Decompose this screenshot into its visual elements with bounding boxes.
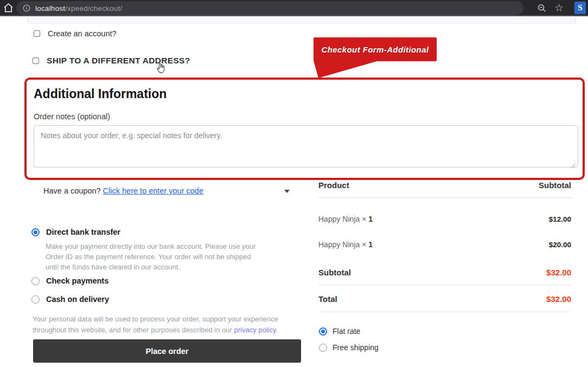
table-divider [318,285,571,285]
item-qty: × 1 [362,240,373,249]
cash-on-delivery-label: Cash on delivery [46,295,109,304]
subtotal-label: Subtotal [318,268,351,277]
shipping-option-free-shipping[interactable]: Free shipping [319,343,379,352]
create-account-label: Create an account? [48,29,117,38]
order-item-row: Happy Ninja × 1 $20.00 [318,240,571,249]
url-host: localhost [35,4,65,12]
check-payments-radio[interactable] [31,277,40,285]
zoom-out-icon[interactable] [537,3,547,15]
previous-field-remnant [27,16,576,23]
order-item-name: Happy Ninja × 1 [318,215,373,223]
total-row: Total $32.00 [318,294,571,304]
annotation-callout: Checkout Form-Additional [314,37,437,61]
payment-method-bank[interactable]: Direct bank transfer [31,228,120,236]
ship-different-address-row[interactable]: SHIP TO A DIFFERENT ADDRESS? [33,56,190,66]
order-notes-textarea[interactable] [34,125,578,168]
order-notes-label: Order notes (optional) [34,112,110,121]
order-item-price: $20.00 [549,241,571,249]
url-path: /xpeed/checkout/ [65,4,122,12]
table-divider [318,312,571,312]
payment-method-check[interactable]: Check payments [31,276,108,285]
extension-s-icon[interactable]: S [574,2,586,14]
item-name: Happy Ninja [318,215,360,223]
coupon-link[interactable]: Click here to enter your code [103,186,203,195]
textarea-resize-handle[interactable] [569,161,576,171]
address-bar[interactable]: localhost/xpeed/checkout/ [16,1,523,15]
info-icon[interactable] [23,4,30,12]
checkout-page: localhost/xpeed/checkout/ ☆ S Create an … [0,0,588,367]
item-name: Happy Ninja [318,240,360,249]
item-qty: × 1 [362,215,373,223]
create-account-checkbox[interactable] [34,30,40,37]
qty-value: 1 [368,215,373,223]
privacy-text-after: . [276,326,278,334]
order-item-price: $12.00 [549,215,571,223]
annotation-callout-label: Checkout Form-Additional [322,45,429,54]
privacy-policy-link[interactable]: privacy policy [234,326,276,334]
ship-different-address-checkbox[interactable] [33,57,39,64]
times-icon: × [362,240,366,249]
ship-different-address-label: SHIP TO A DIFFERENT ADDRESS? [47,56,190,66]
bookmark-star-icon[interactable]: ☆ [554,1,564,15]
privacy-policy-text: Your personal data will be used to proce… [33,314,309,335]
cash-on-delivery-radio[interactable] [31,295,40,304]
subtotal-column-header: Subtotal [539,181,571,190]
free-shipping-label: Free shipping [333,343,379,352]
coupon-row: Have a coupon?Click here to enter your c… [43,186,203,195]
product-column-header: Product [318,181,349,190]
coupon-text: Have a coupon? [43,186,101,195]
order-item-row: Happy Ninja × 1 $12.00 [318,215,571,223]
subtotal-row: Subtotal $32.00 [318,268,571,277]
free-shipping-radio[interactable] [319,344,327,352]
url-text[interactable]: localhost/xpeed/checkout/ [35,4,122,12]
order-summary-header: Product Subtotal [318,181,571,190]
bank-transfer-radio[interactable] [31,228,40,236]
create-account-row[interactable]: Create an account? [34,29,117,38]
qty-value: 1 [368,240,373,249]
hand-cursor-icon [155,62,166,78]
flat-rate-radio[interactable] [319,327,327,336]
place-order-button[interactable]: Place order [33,339,301,363]
check-payments-label: Check payments [46,276,108,285]
times-icon: × [362,215,366,223]
home-icon[interactable] [3,2,14,16]
payment-method-cod[interactable]: Cash on delivery [31,295,109,304]
subtotal-value: $32.00 [546,268,571,277]
order-item-name: Happy Ninja × 1 [318,240,373,249]
bank-transfer-label: Direct bank transfer [46,228,120,236]
total-label: Total [318,294,337,304]
chevron-down-icon[interactable] [284,190,290,193]
additional-information-title: Additional Information [34,87,167,101]
table-divider [318,197,571,198]
flat-rate-label: Flat rate [333,327,360,336]
bank-transfer-description: Make your payment directly into our bank… [46,242,261,273]
browser-toolbar: localhost/xpeed/checkout/ ☆ S [0,0,588,16]
total-value: $32.00 [546,294,571,304]
shipping-option-flat-rate[interactable]: Flat rate [319,327,360,336]
